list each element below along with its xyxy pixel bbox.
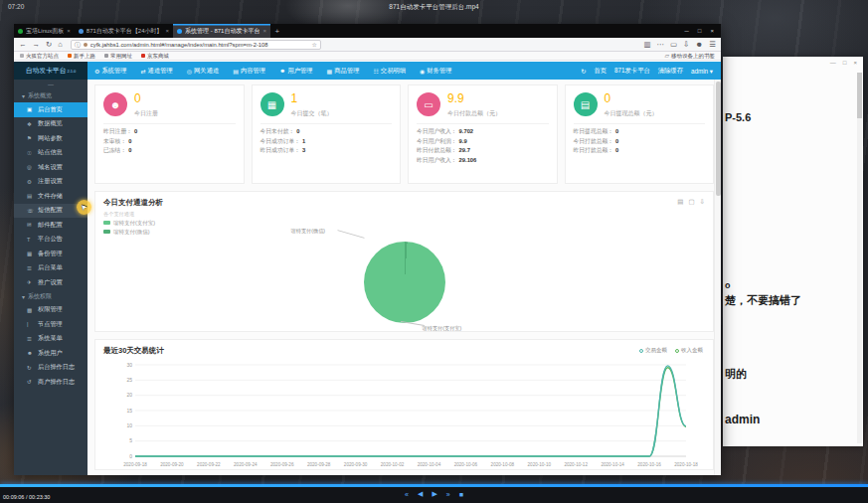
sidebar-item-register-settings[interactable]: ⚙注册设置	[14, 175, 87, 190]
bookmark-item[interactable]: 常用网址	[104, 53, 132, 60]
bookmark-favicon-icon	[20, 54, 24, 58]
promotion-icon: ✈	[27, 279, 34, 285]
sms-config-icon: ☏	[27, 208, 34, 214]
browser-tab[interactable]: 宝塔Linux面板×	[14, 24, 75, 38]
home-icon: ▣	[27, 106, 34, 112]
line-legend-item[interactable]: 交易金额	[639, 347, 667, 354]
background-window-scrollbar[interactable]	[857, 73, 862, 443]
top-nav-item[interactable]: ⇄通道管理	[134, 62, 180, 80]
downloads-icon[interactable]: ⇩	[683, 41, 689, 49]
sidebar-item-backup[interactable]: ▦备份管理	[14, 247, 87, 261]
reload-icon[interactable]: ↻	[46, 41, 52, 49]
tab-close-icon[interactable]: ×	[166, 28, 170, 34]
sidebar-item-home[interactable]: ▣后台首页	[14, 102, 87, 117]
page-scrollbar[interactable]	[714, 80, 721, 475]
admin-app: 自动发卡平台2.1.0 ⚙系统管理⇄通道管理◎网关通道▤内容管理☻用户管理▦商品…	[14, 62, 721, 475]
system-menu-icon: ☰	[27, 336, 34, 342]
scrollbar-thumb[interactable]	[716, 82, 721, 196]
data-view-icon[interactable]: ▤	[677, 198, 683, 206]
forward-icon[interactable]: →	[33, 41, 41, 49]
nav-right-item[interactable]: 871发卡平台	[614, 67, 650, 76]
sidebar-item-label: 商户操作日志	[38, 378, 75, 387]
sidebar-item-system-menu[interactable]: ☰系统菜单	[14, 332, 87, 347]
top-nav-item[interactable]: ☻用户管理	[272, 62, 320, 80]
sidebar-item-label: 后台操作日志	[38, 363, 75, 372]
url-bar[interactable]: ⓘ cyfk.jahbs1.com/admin.html#/manage/ind…	[71, 40, 321, 50]
close-icon[interactable]: ×	[853, 60, 857, 66]
nav-right-item[interactable]: 首页	[594, 67, 607, 76]
sidebar-item-admin-log[interactable]: ↻后台操作日志	[14, 361, 87, 376]
account-icon[interactable]: ☻	[695, 41, 703, 49]
download-icon[interactable]: ⇩	[700, 198, 705, 206]
prev-button[interactable]: «	[405, 491, 409, 498]
maximize-icon[interactable]: □	[843, 60, 847, 66]
sidebar-item-label: 网站参数	[38, 134, 63, 143]
browser-tab[interactable]: 871自动发卡平台【24小时】×	[75, 24, 173, 38]
top-nav-item[interactable]: ◉财务管理	[413, 62, 458, 80]
sidebar-item-node[interactable]: |节点管理	[14, 317, 87, 332]
close-icon[interactable]: ×	[710, 28, 714, 34]
user-menu[interactable]: admin ▾	[691, 68, 713, 75]
sidebar-item-system-users[interactable]: ☻系统用户	[14, 346, 87, 361]
sidebar-item-admin-menu[interactable]: ☰后台菜单	[14, 261, 87, 276]
forward-button[interactable]: »	[446, 491, 450, 498]
pie-legend-item[interactable]: 谊特支付(微信)	[103, 228, 705, 236]
sidebar-item-label: 推广设置	[38, 278, 63, 287]
minimize-icon[interactable]: ─	[685, 28, 689, 34]
home-icon[interactable]: ⌂	[58, 41, 63, 49]
minimize-icon[interactable]: —	[830, 60, 836, 66]
x-tick-label: 2020-10-10	[528, 462, 552, 467]
sidebar-item-domain-settings[interactable]: ◎域名设置	[14, 160, 87, 175]
bookmark-item[interactable]: 火狐官方站点	[20, 53, 59, 60]
bank-card-icon: ▭	[417, 92, 440, 116]
library-icon[interactable]: ▭	[670, 41, 677, 49]
nav-right-item[interactable]: 清除缓存	[658, 67, 683, 76]
restore-icon[interactable]: ▢	[688, 198, 694, 206]
nav-item-icon: ◉	[420, 68, 425, 75]
panel-icon[interactable]: ▥	[643, 41, 650, 49]
sidebar-item-site-info[interactable]: ☉站点信息	[14, 146, 87, 161]
sidebar-item-permission[interactable]: ▩权限管理	[14, 303, 87, 318]
rewind-button[interactable]: ◀	[418, 490, 423, 498]
sidebar-item-site-params[interactable]: ⚑网站参数	[14, 131, 87, 146]
stop-button[interactable]: ■	[459, 491, 463, 498]
shield-icon[interactable]	[84, 43, 87, 47]
refresh-icon[interactable]: ↻	[581, 68, 586, 75]
top-nav-item[interactable]: ▦商品管理	[320, 62, 367, 80]
bookmark-label: 火狐官方站点	[26, 53, 59, 60]
bookmarks-folder[interactable]: ▱ 移动设备上的书签	[664, 53, 715, 60]
top-nav-item[interactable]: ⚙系统管理	[87, 62, 134, 80]
sidebar-item-platform-notice[interactable]: T平台公告	[14, 233, 87, 248]
app-logo[interactable]: 自动发卡平台2.1.0	[14, 62, 87, 80]
sidebar-item-data-overview[interactable]: ❖数据概览	[14, 117, 87, 132]
menu-icon[interactable]: ☰	[709, 41, 716, 49]
top-nav-item[interactable]: ▤内容管理	[226, 62, 272, 80]
bookmark-item[interactable]: 新手上路	[68, 53, 95, 60]
new-tab-button[interactable]: +	[270, 24, 284, 38]
sidebar-section-header[interactable]: ▾系统权限	[14, 290, 87, 303]
sidebar-collapse-toggle[interactable]: —	[14, 80, 87, 89]
sidebar-item-mail-config[interactable]: ✉邮件配置	[14, 218, 87, 233]
line-legend-item[interactable]: 收入金额	[675, 347, 703, 354]
url-text[interactable]: cyfk.jahbs1.com/admin.html#/manage/index…	[90, 42, 309, 48]
tab-close-icon[interactable]: ×	[262, 28, 266, 34]
tab-close-icon[interactable]: ×	[67, 28, 71, 34]
stat-row: 今日打款总额：0	[566, 137, 714, 147]
bookmark-star-icon[interactable]: ☆	[311, 42, 316, 48]
video-time: 00:09:06 / 00:23:30	[3, 494, 50, 500]
back-icon[interactable]: ←	[19, 41, 27, 49]
sidebar-item-merchant-log[interactable]: ↺商户操作日志	[14, 375, 87, 390]
pie-legend-item[interactable]: 谊特支付(支付宝)	[103, 219, 705, 227]
stat-card-today-payment: ▭9.9今日付款总额（元）今日用户收入：9.702今日用户利润：9.9昨日付款总…	[408, 84, 558, 184]
sidebar-section-header[interactable]: ▾系统概览	[14, 89, 87, 102]
sidebar-item-promotion[interactable]: ✈推广设置	[14, 275, 87, 290]
play-button[interactable]: ▶	[432, 490, 436, 498]
bookmark-item[interactable]: 京东商城	[141, 53, 169, 60]
scrollbar-thumb[interactable]	[857, 73, 862, 118]
top-nav-item[interactable]: ◎网关通道	[180, 62, 226, 80]
more-icon[interactable]: ⋯	[656, 41, 664, 49]
top-nav-item[interactable]: ☷交易明细	[366, 62, 413, 80]
maximize-icon[interactable]: □	[698, 28, 702, 34]
browser-tab[interactable]: 系统管理 - 871自动发卡平台×	[173, 24, 270, 38]
site-info-icon[interactable]: ⓘ	[75, 42, 81, 48]
